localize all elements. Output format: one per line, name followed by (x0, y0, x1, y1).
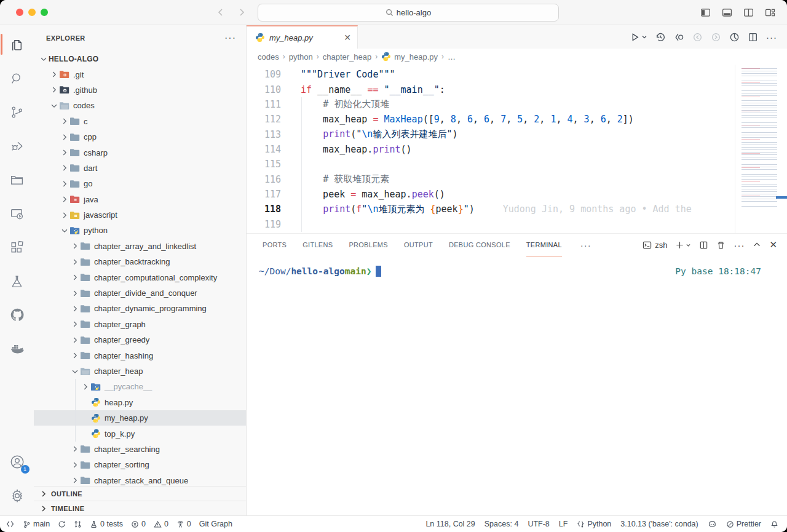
open-changes-icon[interactable] (674, 32, 684, 42)
code-line-111[interactable]: 111 # 初始化大顶堆 (247, 97, 735, 112)
status-git-graph[interactable]: Git Graph (199, 520, 232, 528)
tree-item--pycache-[interactable]: __pycache__ (34, 379, 246, 394)
tree-item-chapter-divide-and-conquer[interactable]: chapter_divide_and_conquer (34, 285, 246, 301)
tree-item-chapter-searching[interactable]: chapter_searching (34, 442, 246, 457)
editor-more-actions-icon[interactable]: ··· (766, 32, 777, 42)
terminal-shell-item[interactable]: zsh (643, 240, 667, 250)
panel-tab-gitlens[interactable]: GITLENS (303, 234, 333, 256)
tree-item-my-heap-py[interactable]: my_heap.py (34, 410, 246, 426)
status-0[interactable]: 0 (131, 520, 146, 528)
tree-item-chapter-hashing[interactable]: chapter_hashing (34, 347, 246, 363)
tree-item-chapter-computational-complexity[interactable]: chapter_computational_complexity (34, 269, 246, 285)
breadcrumb-item-codes[interactable]: codes (258, 52, 279, 62)
tree-item-csharp[interactable]: csharp (34, 145, 246, 160)
tree-item-chapter-dynamic-programming[interactable]: chapter_dynamic_programming (34, 301, 246, 316)
tree-item-c[interactable]: c (34, 114, 246, 129)
toggle-sidebar-icon[interactable] (700, 7, 711, 18)
breadcrumb-item-my-heap-py[interactable]: my_heap.py (381, 52, 438, 62)
status-0[interactable]: 0 (154, 520, 168, 528)
settings-activity-icon[interactable] (2, 482, 32, 510)
status-0[interactable]: 0 (176, 520, 191, 528)
tab-close-icon[interactable]: ✕ (344, 33, 351, 42)
panel-tab-problems[interactable]: PROBLEMS (349, 234, 388, 256)
tree-item-python[interactable]: python (34, 223, 246, 238)
outline-section[interactable]: OUTLINE (34, 486, 246, 501)
status-spaces-4[interactable]: Spaces: 4 (484, 520, 519, 528)
tree-item-chapter-backtracking[interactable]: chapter_backtracking (34, 254, 246, 269)
docker-activity-icon[interactable] (2, 335, 32, 363)
nav-forward-icon[interactable] (237, 7, 247, 17)
terminal-view[interactable]: ~/Dow/hello-algo main ❯ Py base 18:18:47 (247, 256, 787, 515)
status-3-10-13-base-conda-[interactable]: 3.10.13 ('base': conda) (620, 520, 698, 528)
tree-item-go[interactable]: go (34, 176, 246, 191)
tree-item-cpp[interactable]: cpp (34, 129, 246, 145)
tree-item--git[interactable]: .git (34, 66, 246, 82)
kill-terminal-icon[interactable] (716, 240, 726, 250)
tree-item-chapter-graph[interactable]: chapter_graph (34, 317, 246, 332)
panel-more-tabs-icon[interactable]: ··· (580, 240, 591, 250)
close-window-button[interactable] (16, 9, 23, 16)
status-0-tests[interactable]: 0 tests (90, 520, 123, 528)
timeline-section[interactable]: TIMELINE (34, 501, 246, 515)
customize-layout-icon[interactable] (764, 7, 776, 18)
panel-tab-debug-console[interactable]: DEBUG CONSOLE (449, 234, 510, 256)
status-compare[interactable] (74, 520, 82, 528)
command-center-search[interactable]: hello-algo (258, 4, 559, 22)
run-debug-activity-icon[interactable] (2, 132, 32, 160)
code-line-112[interactable]: 112 max_heap = MaxHeap([9, 8, 6, 6, 7, 5… (247, 112, 735, 127)
maximize-panel-icon[interactable] (753, 240, 761, 249)
tree-item-top-k-py[interactable]: top_k.py (34, 426, 246, 441)
breadcrumb-item-chapter-heap[interactable]: chapter_heap (323, 52, 372, 62)
panel-tab-terminal[interactable]: TERMINAL (526, 234, 562, 256)
timeline-restore-icon[interactable] (655, 32, 666, 42)
close-panel-icon[interactable]: ✕ (769, 239, 777, 250)
code-editor[interactable]: 109"""Driver Code"""110if __name__ == "_… (247, 65, 787, 233)
run-python-file-icon[interactable] (630, 32, 647, 42)
tree-item--github[interactable]: .github (34, 82, 246, 98)
account-activity-icon[interactable]: 1 (2, 448, 32, 476)
zoom-window-button[interactable] (41, 9, 48, 16)
explorer-more-actions-icon[interactable]: ··· (224, 33, 236, 44)
new-terminal-icon[interactable] (675, 240, 691, 250)
tree-item-heap-py[interactable]: heap.py (34, 395, 246, 410)
panel-tab-ports[interactable]: PORTS (263, 234, 287, 256)
panel-more-actions-icon[interactable]: ··· (734, 240, 745, 250)
tree-item-chapter-array-and-linkedlist[interactable]: chapter_array_and_linkedlist (34, 239, 246, 254)
source-control-activity-icon[interactable] (2, 98, 32, 126)
panel-tab-output[interactable]: OUTPUT (404, 234, 433, 256)
split-terminal-icon[interactable] (699, 240, 708, 250)
gitlens-graph-icon[interactable] (729, 32, 740, 42)
status-bell[interactable] (770, 520, 778, 528)
status-prettier[interactable]: Prettier (726, 520, 761, 528)
tree-item-chapter-heap[interactable]: chapter_heap (34, 363, 246, 379)
search-activity-icon[interactable] (2, 64, 32, 92)
code-line-117[interactable]: 117 peek = max_heap.peek() (247, 187, 735, 202)
remote-activity-icon[interactable] (2, 199, 32, 228)
code-line-110[interactable]: 110if __name__ == "__main__": (247, 82, 735, 97)
status-main[interactable]: main (23, 520, 50, 528)
status-ln-118-col-29[interactable]: Ln 118, Col 29 (425, 520, 475, 528)
split-editor-layout-icon[interactable] (743, 7, 754, 18)
status-sync[interactable] (58, 520, 66, 528)
tab-my-heap[interactable]: my_heap.py ✕ (247, 25, 358, 49)
folder-activity-icon[interactable] (2, 165, 32, 194)
toggle-panel-icon[interactable] (721, 7, 733, 18)
minimap[interactable] (735, 65, 787, 233)
code-line-114[interactable]: 114 max_heap.print() (247, 142, 735, 157)
testing-activity-icon[interactable] (2, 267, 32, 295)
tree-item-hello-algo[interactable]: HELLO-ALGO (34, 51, 246, 66)
explorer-activity-icon[interactable] (2, 30, 32, 58)
tree-item-codes[interactable]: codes (34, 98, 246, 113)
status-remote[interactable] (6, 520, 15, 528)
status-utf-8[interactable]: UTF-8 (528, 520, 549, 528)
extensions-activity-icon[interactable] (2, 233, 32, 261)
minimize-window-button[interactable] (28, 9, 36, 16)
status-python[interactable]: Python (577, 520, 611, 528)
tree-item-java[interactable]: java (34, 192, 246, 207)
status-copilot[interactable] (708, 520, 717, 529)
tree-item-dart[interactable]: dart (34, 161, 246, 176)
code-line-118[interactable]: 118 print(f"\n堆顶元素为 {peek}")Yudong Jin, … (247, 202, 735, 216)
split-editor-icon[interactable] (748, 32, 758, 42)
status-lf[interactable]: LF (559, 520, 568, 528)
github-activity-icon[interactable] (2, 301, 32, 329)
